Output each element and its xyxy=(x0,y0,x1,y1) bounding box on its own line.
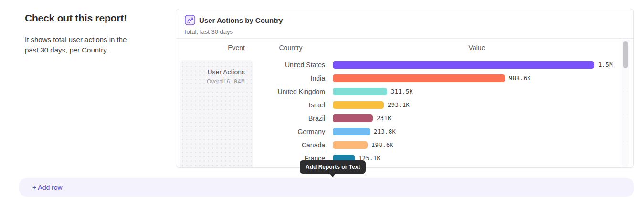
scrollbar-thumb[interactable] xyxy=(623,41,628,68)
value-bar[interactable] xyxy=(333,101,384,109)
intro-section: Check out this report! It shows total us… xyxy=(25,12,144,55)
value-bar[interactable] xyxy=(333,128,370,135)
event-overall-value: 6.04M xyxy=(226,78,245,85)
event-name: User Actions xyxy=(180,68,245,76)
event-cell[interactable]: User Actions Overall 6.04M xyxy=(180,60,253,168)
country-label: Canada xyxy=(256,141,325,149)
chart-area: Event Country Value User Actions Overall… xyxy=(176,39,633,167)
page-description: It shows total user actions in the past … xyxy=(25,34,144,55)
bar-row: United States1.5M xyxy=(256,58,619,72)
bar-row: Canada198.6K xyxy=(256,138,619,152)
value-label: 293.1K xyxy=(388,102,410,108)
column-header-value: Value xyxy=(333,44,621,52)
column-header-event: Event xyxy=(180,44,245,52)
chart-rows: United States1.5MIndia988.6KUnited Kingd… xyxy=(256,58,619,165)
page-title: Check out this report! xyxy=(25,12,144,24)
country-label: United Kingdom xyxy=(256,88,325,95)
value-label: 988.6K xyxy=(509,75,531,82)
report-subtitle: Total, last 30 days xyxy=(183,28,233,35)
value-bar[interactable] xyxy=(333,61,594,69)
bar-row: United Kingdom311.5K xyxy=(256,85,619,98)
column-header-country: Country xyxy=(256,44,325,52)
vertical-scrollbar[interactable] xyxy=(622,40,629,168)
value-bar[interactable] xyxy=(333,74,505,82)
country-label: Germany xyxy=(256,128,325,135)
report-card-header: User Actions by Country Total, last 30 d… xyxy=(176,9,633,39)
tooltip-caret-icon xyxy=(329,173,336,177)
value-bar[interactable] xyxy=(333,114,373,122)
country-label: United States xyxy=(256,61,325,69)
country-label: Israel xyxy=(256,101,325,109)
country-label: India xyxy=(256,74,325,82)
event-overall: Overall 6.04M xyxy=(180,78,245,85)
value-label: 213.8K xyxy=(374,128,396,135)
value-label: 1.5M xyxy=(598,62,613,68)
add-reports-tooltip: Add Reports or Text xyxy=(300,160,366,174)
country-label: Brazil xyxy=(256,114,325,122)
value-bar[interactable] xyxy=(333,141,368,149)
value-label: 311.5K xyxy=(391,88,413,95)
column-headers: Event Country Value xyxy=(176,39,633,57)
bar-row: India988.6K xyxy=(256,72,619,85)
tooltip-label: Add Reports or Text xyxy=(306,164,360,170)
value-label: 198.6K xyxy=(371,142,393,148)
bar-row: Brazil231K xyxy=(256,112,619,125)
value-bar[interactable] xyxy=(333,88,387,95)
bar-row: Germany213.8K xyxy=(256,125,619,138)
add-row-button[interactable]: + Add row xyxy=(19,178,634,197)
add-row-label: + Add row xyxy=(32,184,63,191)
value-label: 231K xyxy=(377,115,391,122)
report-title: User Actions by Country xyxy=(199,16,283,24)
line-chart-icon xyxy=(185,15,195,25)
report-card[interactable]: User Actions by Country Total, last 30 d… xyxy=(176,9,634,168)
bar-row: Israel293.1K xyxy=(256,98,619,112)
